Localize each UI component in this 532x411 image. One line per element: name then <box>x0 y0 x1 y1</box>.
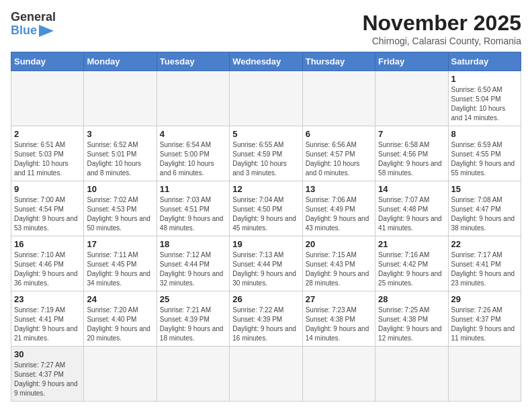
calendar-day-cell: 10Sunrise: 7:02 AM Sunset: 4:53 PM Dayli… <box>84 181 157 236</box>
day-info: Sunrise: 6:55 AM Sunset: 4:59 PM Dayligh… <box>232 140 299 178</box>
day-number: 19 <box>232 239 299 249</box>
day-info: Sunrise: 7:19 AM Sunset: 4:41 PM Dayligh… <box>14 306 81 343</box>
calendar-day-cell <box>11 71 84 126</box>
day-info: Sunrise: 6:59 AM Sunset: 4:55 PM Dayligh… <box>451 140 518 178</box>
day-number: 28 <box>378 294 445 304</box>
calendar-day-cell: 15Sunrise: 7:08 AM Sunset: 4:47 PM Dayli… <box>448 181 521 236</box>
day-info: Sunrise: 7:08 AM Sunset: 4:47 PM Dayligh… <box>451 195 518 233</box>
calendar-day-cell: 8Sunrise: 6:59 AM Sunset: 4:55 PM Daylig… <box>448 126 521 181</box>
calendar-day-cell <box>84 347 157 402</box>
day-number: 12 <box>232 184 299 194</box>
calendar-day-cell: 4Sunrise: 6:54 AM Sunset: 5:00 PM Daylig… <box>157 126 229 181</box>
day-number: 29 <box>451 294 518 304</box>
day-number: 11 <box>160 184 226 194</box>
day-info: Sunrise: 7:11 AM Sunset: 4:45 PM Dayligh… <box>87 250 153 288</box>
calendar-table: SundayMondayTuesdayWednesdayThursdayFrid… <box>11 52 521 402</box>
calendar-day-cell: 18Sunrise: 7:12 AM Sunset: 4:44 PM Dayli… <box>157 236 229 291</box>
calendar-day-cell: 2Sunrise: 6:51 AM Sunset: 5:03 PM Daylig… <box>11 126 84 181</box>
calendar-day-cell: 26Sunrise: 7:22 AM Sunset: 4:39 PM Dayli… <box>230 291 302 347</box>
day-info: Sunrise: 6:56 AM Sunset: 4:57 PM Dayligh… <box>306 140 372 178</box>
svg-marker-0 <box>39 25 54 37</box>
calendar-week-row: 23Sunrise: 7:19 AM Sunset: 4:41 PM Dayli… <box>11 291 521 347</box>
calendar-day-cell <box>230 71 302 126</box>
month-title: November 2025 <box>362 11 521 36</box>
day-number: 16 <box>14 239 81 249</box>
weekday-header-monday: Monday <box>84 52 157 71</box>
calendar-day-cell: 17Sunrise: 7:11 AM Sunset: 4:45 PM Dayli… <box>84 236 157 291</box>
day-number: 4 <box>160 129 226 139</box>
logo: General Blue <box>11 11 56 38</box>
logo-triangle-icon <box>39 25 54 37</box>
day-info: Sunrise: 6:54 AM Sunset: 5:00 PM Dayligh… <box>160 140 226 178</box>
day-info: Sunrise: 7:16 AM Sunset: 4:42 PM Dayligh… <box>378 250 445 288</box>
day-info: Sunrise: 7:07 AM Sunset: 4:48 PM Dayligh… <box>378 195 445 233</box>
weekday-header-sunday: Sunday <box>11 52 84 71</box>
calendar-week-row: 1Sunrise: 6:50 AM Sunset: 5:04 PM Daylig… <box>11 71 521 126</box>
day-info: Sunrise: 7:13 AM Sunset: 4:44 PM Dayligh… <box>232 250 299 288</box>
day-info: Sunrise: 7:20 AM Sunset: 4:40 PM Dayligh… <box>87 306 153 343</box>
calendar-day-cell: 29Sunrise: 7:26 AM Sunset: 4:37 PM Dayli… <box>448 291 521 347</box>
page-header: General Blue November 2025 Chirnogi, Cal… <box>11 11 521 46</box>
calendar-day-cell: 22Sunrise: 7:17 AM Sunset: 4:41 PM Dayli… <box>448 236 521 291</box>
day-info: Sunrise: 7:21 AM Sunset: 4:39 PM Dayligh… <box>160 306 226 343</box>
weekday-header-saturday: Saturday <box>448 52 521 71</box>
day-info: Sunrise: 7:04 AM Sunset: 4:50 PM Dayligh… <box>232 195 299 233</box>
calendar-day-cell <box>448 347 521 402</box>
day-number: 23 <box>14 294 81 304</box>
calendar-day-cell: 24Sunrise: 7:20 AM Sunset: 4:40 PM Dayli… <box>84 291 157 347</box>
calendar-day-cell <box>84 71 157 126</box>
calendar-day-cell: 16Sunrise: 7:10 AM Sunset: 4:46 PM Dayli… <box>11 236 84 291</box>
calendar-day-cell: 14Sunrise: 7:07 AM Sunset: 4:48 PM Dayli… <box>375 181 448 236</box>
calendar-week-row: 2Sunrise: 6:51 AM Sunset: 5:03 PM Daylig… <box>11 126 521 181</box>
day-number: 15 <box>451 184 518 194</box>
day-info: Sunrise: 7:27 AM Sunset: 4:37 PM Dayligh… <box>14 361 81 398</box>
day-number: 30 <box>14 349 81 359</box>
day-number: 18 <box>160 239 226 249</box>
calendar-day-cell: 21Sunrise: 7:16 AM Sunset: 4:42 PM Dayli… <box>375 236 448 291</box>
day-number: 7 <box>378 129 445 139</box>
calendar-day-cell: 28Sunrise: 7:25 AM Sunset: 4:38 PM Dayli… <box>375 291 448 347</box>
weekday-header-tuesday: Tuesday <box>157 52 229 71</box>
day-info: Sunrise: 7:15 AM Sunset: 4:43 PM Dayligh… <box>306 250 372 288</box>
day-number: 5 <box>232 129 299 139</box>
weekday-header-row: SundayMondayTuesdayWednesdayThursdayFrid… <box>11 52 521 71</box>
calendar-week-row: 9Sunrise: 7:00 AM Sunset: 4:54 PM Daylig… <box>11 181 521 236</box>
day-number: 14 <box>378 184 445 194</box>
day-number: 22 <box>451 239 518 249</box>
calendar-day-cell <box>302 71 375 126</box>
calendar-day-cell: 9Sunrise: 7:00 AM Sunset: 4:54 PM Daylig… <box>11 181 84 236</box>
logo-general-text: General <box>11 11 56 24</box>
calendar-day-cell: 1Sunrise: 6:50 AM Sunset: 5:04 PM Daylig… <box>448 71 521 126</box>
calendar-day-cell <box>157 347 229 402</box>
calendar-day-cell: 13Sunrise: 7:06 AM Sunset: 4:49 PM Dayli… <box>302 181 375 236</box>
calendar-day-cell: 27Sunrise: 7:23 AM Sunset: 4:38 PM Dayli… <box>302 291 375 347</box>
day-number: 21 <box>378 239 445 249</box>
day-info: Sunrise: 7:02 AM Sunset: 4:53 PM Dayligh… <box>87 195 153 233</box>
calendar-day-cell: 23Sunrise: 7:19 AM Sunset: 4:41 PM Dayli… <box>11 291 84 347</box>
day-number: 25 <box>160 294 226 304</box>
day-number: 1 <box>451 74 518 84</box>
day-info: Sunrise: 6:52 AM Sunset: 5:01 PM Dayligh… <box>87 140 153 178</box>
day-info: Sunrise: 7:17 AM Sunset: 4:41 PM Dayligh… <box>451 250 518 288</box>
calendar-day-cell: 30Sunrise: 7:27 AM Sunset: 4:37 PM Dayli… <box>11 347 84 402</box>
day-info: Sunrise: 7:06 AM Sunset: 4:49 PM Dayligh… <box>306 195 372 233</box>
day-number: 9 <box>14 184 81 194</box>
day-info: Sunrise: 6:50 AM Sunset: 5:04 PM Dayligh… <box>451 85 518 123</box>
day-number: 27 <box>306 294 372 304</box>
weekday-header-thursday: Thursday <box>302 52 375 71</box>
calendar-day-cell <box>375 347 448 402</box>
day-info: Sunrise: 6:58 AM Sunset: 4:56 PM Dayligh… <box>378 140 445 178</box>
calendar-day-cell: 12Sunrise: 7:04 AM Sunset: 4:50 PM Dayli… <box>230 181 302 236</box>
calendar-day-cell: 7Sunrise: 6:58 AM Sunset: 4:56 PM Daylig… <box>375 126 448 181</box>
day-number: 3 <box>87 129 153 139</box>
calendar-day-cell: 20Sunrise: 7:15 AM Sunset: 4:43 PM Dayli… <box>302 236 375 291</box>
day-number: 13 <box>306 184 372 194</box>
calendar-day-cell: 5Sunrise: 6:55 AM Sunset: 4:59 PM Daylig… <box>230 126 302 181</box>
day-info: Sunrise: 7:00 AM Sunset: 4:54 PM Dayligh… <box>14 195 81 233</box>
day-number: 24 <box>87 294 153 304</box>
title-block: November 2025 Chirnogi, Calarasi County,… <box>362 11 521 46</box>
weekday-header-wednesday: Wednesday <box>230 52 302 71</box>
day-info: Sunrise: 7:03 AM Sunset: 4:51 PM Dayligh… <box>160 195 226 233</box>
weekday-header-friday: Friday <box>375 52 448 71</box>
calendar-day-cell <box>302 347 375 402</box>
